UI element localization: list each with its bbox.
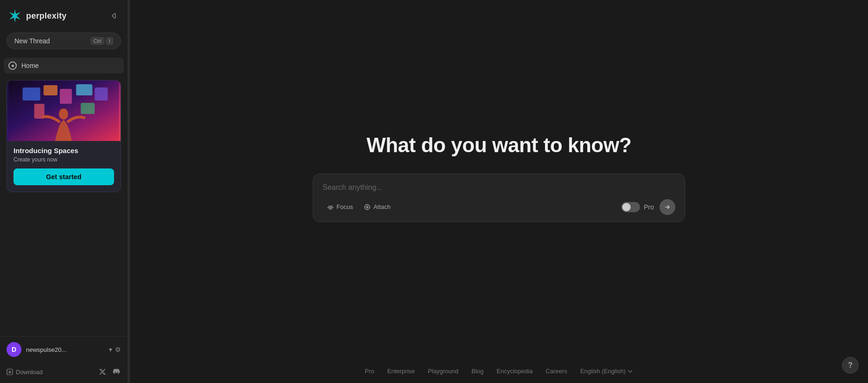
- sidebar-item-home[interactable]: Home: [4, 58, 124, 74]
- footer-link-encyclopedia[interactable]: Encyclopedia: [497, 368, 532, 375]
- home-icon: [8, 61, 17, 70]
- toggle-thumb: [622, 203, 631, 211]
- svg-rect-5: [76, 84, 93, 95]
- new-thread-button[interactable]: New Thread Ctrl I: [7, 33, 121, 49]
- discord-icon[interactable]: [112, 367, 121, 376]
- footer-link-blog[interactable]: Blog: [471, 368, 484, 375]
- gear-icon[interactable]: ⚙: [115, 346, 121, 353]
- spaces-title: Introducing Spaces: [13, 147, 114, 155]
- download-link[interactable]: Download: [7, 369, 94, 376]
- spaces-illustration: [7, 81, 121, 141]
- username: newspulse20...: [26, 346, 104, 353]
- user-row-actions: ▾ ⚙: [109, 346, 121, 353]
- home-label: Home: [21, 62, 39, 69]
- keyboard-shortcut: Ctrl I: [91, 37, 113, 45]
- get-started-button[interactable]: Get started: [13, 168, 114, 185]
- attach-icon: [364, 204, 370, 210]
- footer-link-pro[interactable]: Pro: [365, 368, 374, 375]
- kbd-ctrl: Ctrl: [91, 37, 104, 45]
- sidebar: perplexity New Thread Ctrl I Home: [0, 0, 128, 383]
- svg-rect-6: [95, 87, 108, 101]
- footer-link-playground[interactable]: Playground: [428, 368, 458, 375]
- svg-point-9: [59, 108, 68, 120]
- attach-label: Attach: [373, 203, 390, 210]
- pro-toggle-area: Pro: [621, 202, 654, 212]
- twitter-x-icon[interactable]: [98, 367, 107, 376]
- arrow-right-icon: [664, 204, 671, 210]
- logo-area: perplexity: [7, 8, 67, 23]
- spaces-card-image: [7, 81, 121, 141]
- search-box: Focus Attach Pro: [313, 174, 685, 222]
- collapse-sidebar-button[interactable]: [107, 9, 120, 22]
- footer-link-careers[interactable]: Careers: [545, 368, 567, 375]
- spaces-card-body: Introducing Spaces Create yours now Get …: [7, 141, 121, 192]
- sidebar-header: perplexity: [0, 0, 128, 30]
- language-label: English (English): [580, 368, 626, 375]
- footer-links: Pro Enterprise Playground Blog Encyclope…: [130, 359, 868, 383]
- help-button[interactable]: ?: [842, 357, 859, 374]
- main-content: What do you want to know? Focus Attach: [130, 0, 868, 383]
- svg-rect-4: [60, 89, 72, 104]
- main-title: What do you want to know?: [366, 134, 631, 157]
- new-thread-label: New Thread: [14, 37, 50, 45]
- footer-link-enterprise[interactable]: Enterprise: [387, 368, 415, 375]
- app-name: perplexity: [26, 11, 67, 21]
- chevron-down-icon: [627, 369, 633, 374]
- user-row[interactable]: D newspulse20... ▾ ⚙: [0, 336, 128, 363]
- svg-rect-3: [44, 85, 58, 95]
- svg-rect-2: [23, 87, 40, 101]
- sidebar-nav: Home: [0, 56, 128, 75]
- collapse-icon: [110, 12, 117, 20]
- focus-button[interactable]: Focus: [323, 201, 357, 213]
- avatar: D: [7, 342, 21, 357]
- spaces-subtitle: Create yours now: [13, 156, 114, 163]
- pro-label: Pro: [644, 203, 654, 211]
- search-submit-button[interactable]: [659, 199, 675, 215]
- attach-button[interactable]: Attach: [359, 201, 395, 213]
- language-selector[interactable]: English (English): [580, 368, 633, 375]
- pro-toggle-switch[interactable]: [621, 202, 640, 212]
- focus-label: Focus: [336, 203, 353, 210]
- svg-rect-8: [81, 103, 95, 114]
- download-label: Download: [16, 369, 43, 376]
- social-icons: [98, 367, 121, 376]
- download-row: Download: [0, 363, 128, 383]
- search-toolbar: Focus Attach Pro: [323, 199, 675, 215]
- search-input[interactable]: [323, 183, 675, 192]
- chevron-down-icon: ▾: [109, 346, 112, 353]
- download-icon: [7, 369, 13, 375]
- perplexity-logo-icon: [7, 8, 22, 23]
- kbd-i: I: [106, 37, 113, 45]
- sidebar-footer: D newspulse20... ▾ ⚙ Download: [0, 336, 128, 383]
- spaces-card: Introducing Spaces Create yours now Get …: [7, 80, 121, 192]
- focus-icon: [327, 204, 334, 210]
